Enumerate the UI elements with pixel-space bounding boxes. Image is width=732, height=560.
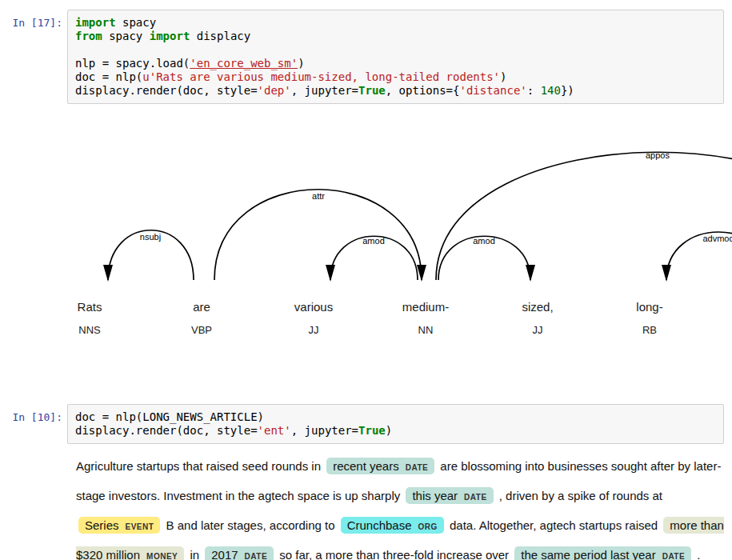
dep-word: are bbox=[193, 300, 210, 314]
dependency-parse-svg: nsubjattramodamodapposadvmodRatsNNSareVB… bbox=[0, 120, 732, 360]
text-run: B and later stages, according to bbox=[162, 518, 338, 532]
code-token: displacy bbox=[190, 30, 250, 42]
code-token: True bbox=[358, 84, 386, 97]
code-token: , jupyter= bbox=[291, 424, 358, 437]
code-token: ) bbox=[386, 424, 392, 437]
code-line: from spacy import displacy bbox=[75, 30, 716, 43]
code-token: , jupyter= bbox=[291, 84, 358, 97]
entity-label: EVENT bbox=[126, 522, 154, 531]
entity-mark-date: 2017DATE bbox=[205, 546, 274, 560]
code-token: 'en_core_web_sm' bbox=[190, 57, 298, 70]
code-token: ) bbox=[500, 70, 506, 83]
code-line: doc = nlp(u'Rats are various medium-size… bbox=[75, 70, 716, 84]
text-run: Agriculture startups that raised seed ro… bbox=[76, 459, 324, 473]
entity-label: ORG bbox=[418, 522, 438, 531]
arrowhead-icon bbox=[662, 265, 671, 282]
arrowhead-icon bbox=[526, 265, 535, 282]
code-token: True bbox=[358, 424, 386, 437]
entity-mark-event: SeriesEVENT bbox=[78, 517, 160, 534]
dep-arc-label: attr bbox=[312, 191, 325, 201]
entity-mark-date: recent yearsDATE bbox=[326, 458, 434, 474]
code-token: import bbox=[150, 30, 190, 42]
code-line: import spacy bbox=[75, 16, 716, 30]
code-line: displacy.render(doc, style='dep', jupyte… bbox=[75, 84, 716, 98]
code-token: from bbox=[75, 30, 102, 42]
dep-arc-label: advmod bbox=[702, 234, 732, 243]
code-token: spacy bbox=[102, 30, 150, 42]
code-token: ) bbox=[298, 57, 304, 70]
entity-mark-date: this yearDATE bbox=[406, 487, 493, 504]
code-token: doc = nlp(LONG_NEWS_ARTICLE) bbox=[75, 410, 264, 423]
code-editor-1[interactable]: import spacyfrom spacy import displacy n… bbox=[67, 10, 724, 104]
code-token: 'dep' bbox=[258, 84, 291, 97]
arrowhead-icon bbox=[326, 265, 335, 282]
dep-arc-label: amod bbox=[473, 236, 495, 246]
code-line: nlp = spacy.load('en_core_web_sm') bbox=[75, 57, 716, 70]
dep-arc-label: nsubj bbox=[140, 232, 161, 242]
code-token: spacy bbox=[116, 16, 157, 29]
arrowhead-icon bbox=[103, 265, 113, 282]
code-editor-2[interactable]: doc = nlp(LONG_NEWS_ARTICLE)displacy.ren… bbox=[67, 404, 724, 444]
entity-text: Crunchbase bbox=[347, 518, 412, 532]
text-run: , driven by a spike of rounds at bbox=[496, 489, 662, 502]
dep-arc-attr bbox=[214, 190, 422, 280]
dep-pos-tag: NN bbox=[418, 324, 434, 336]
entity-mark-date: the same period last yearDATE bbox=[514, 546, 691, 560]
code-token: nlp = spacy.load( bbox=[75, 57, 190, 70]
notebook: In [17]: import spacyfrom spacy import d… bbox=[0, 10, 732, 560]
code-cell-2: In [10]: doc = nlp(LONG_NEWS_ARTICLE)dis… bbox=[0, 404, 732, 444]
code-token: , options={ bbox=[386, 84, 460, 97]
code-cell-1: In [17]: import spacyfrom spacy import d… bbox=[0, 10, 732, 104]
entity-label: DATE bbox=[245, 552, 267, 560]
dep-word: Rats bbox=[78, 300, 102, 314]
dep-pos-tag: NNS bbox=[78, 324, 101, 336]
input-prompt-10: In [10]: bbox=[0, 404, 67, 423]
text-run: so far, a more than three-fold increase … bbox=[276, 548, 512, 560]
input-prompt-17: In [17]: bbox=[0, 10, 67, 29]
code-token: import bbox=[75, 16, 116, 29]
dep-word: sized, bbox=[522, 300, 553, 314]
dep-arc-label: appos bbox=[646, 150, 670, 160]
dep-pos-tag: JJ bbox=[533, 324, 543, 336]
entity-visualization: Agriculture startups that raised seed ro… bbox=[76, 452, 724, 560]
entity-label: DATE bbox=[464, 493, 486, 502]
dep-word: long- bbox=[636, 300, 662, 314]
dep-pos-tag: VBP bbox=[191, 324, 212, 336]
dependency-visualization: nsubjattramodamodapposadvmodRatsNNSareVB… bbox=[0, 120, 732, 360]
code-token: 140 bbox=[541, 84, 561, 97]
entity-label: MONEY bbox=[146, 552, 178, 560]
entity-text: this year bbox=[412, 489, 458, 502]
code-line: doc = nlp(LONG_NEWS_ARTICLE) bbox=[75, 410, 716, 424]
dep-word: medium- bbox=[402, 300, 449, 314]
entity-mark-org: CrunchbaseORG bbox=[341, 517, 444, 534]
entity-text: recent years bbox=[333, 459, 399, 473]
code-token: displacy.render(doc, style= bbox=[75, 84, 258, 97]
entity-label: DATE bbox=[662, 552, 685, 560]
text-run: data. Altogether, agtech startups raised bbox=[446, 518, 662, 532]
dep-arc-appos bbox=[436, 152, 732, 280]
code-token: : bbox=[527, 84, 541, 97]
dep-arc-label: amod bbox=[362, 236, 385, 246]
code-token: displacy.render(doc, style= bbox=[75, 424, 258, 437]
dep-word: various bbox=[294, 300, 333, 314]
dep-pos-tag: RB bbox=[642, 324, 657, 336]
code-token: 'ent' bbox=[258, 424, 291, 437]
entity-text: the same period last year bbox=[521, 548, 655, 560]
entity-label: DATE bbox=[406, 463, 428, 472]
entity-text: 2017 bbox=[211, 548, 238, 560]
text-run: in bbox=[186, 548, 202, 560]
entity-text: Series bbox=[85, 518, 119, 532]
code-token: u'Rats are various medium-sized, long-ta… bbox=[142, 70, 500, 83]
dep-pos-tag: JJ bbox=[309, 324, 319, 336]
code-line: displacy.render(doc, style='ent', jupyte… bbox=[75, 424, 716, 438]
code-line bbox=[75, 43, 716, 57]
code-token: doc = nlp( bbox=[75, 70, 142, 83]
code-token: 'distance' bbox=[459, 84, 526, 97]
code-token: }) bbox=[561, 84, 574, 97]
